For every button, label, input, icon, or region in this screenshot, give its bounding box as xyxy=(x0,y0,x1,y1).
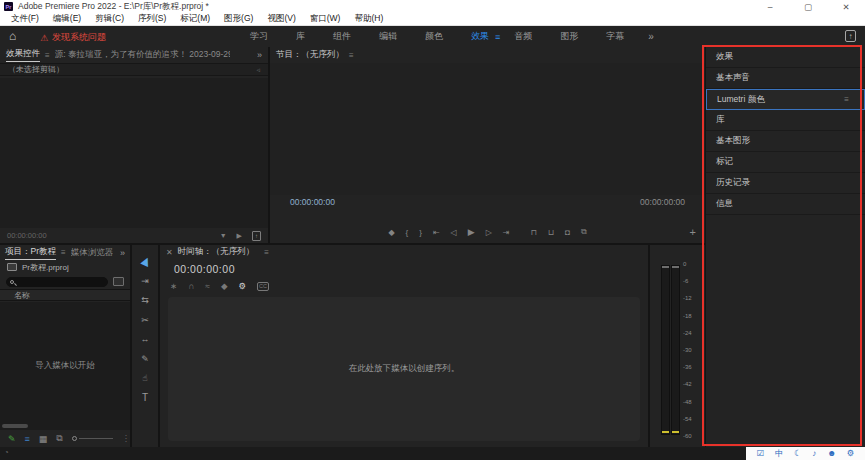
hand-tool[interactable]: ☝ xyxy=(135,371,155,385)
ripple-edit-tool[interactable]: ⇆ xyxy=(135,293,155,307)
lift-icon[interactable]: ⊓ xyxy=(531,228,537,237)
close-button[interactable]: ✕ xyxy=(827,2,865,12)
gear-icon[interactable]: ⚙ xyxy=(847,447,855,460)
touch-keyboard-icon[interactable]: ☑ xyxy=(757,447,765,460)
minimize-button[interactable]: – xyxy=(751,2,789,12)
system-warning[interactable]: ⚠ 发现系统问题 xyxy=(40,31,106,44)
nest-insert-icon[interactable]: ∗ xyxy=(170,281,177,291)
panel-tab-lumetri-color[interactable]: Lumetri 颜色 ≡ xyxy=(706,89,865,110)
workspace-tab-graphics[interactable]: 图形 xyxy=(546,30,592,43)
go-to-in-icon[interactable]: ⇤ xyxy=(433,228,440,237)
collapse-icon[interactable]: ◃ xyxy=(256,66,260,74)
menu-window[interactable]: 窗口(W) xyxy=(303,13,348,25)
menu-file[interactable]: 文件(F) xyxy=(4,13,46,25)
panel-tab-essential-sound[interactable]: 基本声音 xyxy=(706,68,865,89)
panel-menu-icon[interactable]: ≡ xyxy=(61,248,66,257)
tab-project[interactable]: 项目：Pr教程 xyxy=(5,246,56,260)
thumbnail-zoom-slider[interactable] xyxy=(72,436,113,441)
icon-view-icon[interactable]: ▦ xyxy=(39,434,48,444)
filter-bin-icon[interactable] xyxy=(113,277,124,286)
project-item-list[interactable]: 导入媒体以开始 xyxy=(0,302,130,430)
menu-edit[interactable]: 编辑(E) xyxy=(46,13,88,25)
razor-tool[interactable]: ✂ xyxy=(135,313,155,327)
freeform-view-icon[interactable]: ⧉ xyxy=(56,433,62,444)
menu-sequence[interactable]: 序列(S) xyxy=(131,13,173,25)
voice-icon[interactable]: ♪ xyxy=(812,447,816,460)
snap-magnet-icon[interactable]: ∩ xyxy=(188,281,194,291)
workspace-tab-libraries[interactable]: 库 xyxy=(282,30,319,43)
workspace-tab-audio[interactable]: 音频 xyxy=(500,30,546,43)
timeline-settings-wrench-icon[interactable]: ⚙ xyxy=(238,281,246,291)
close-panel-icon[interactable]: ✕ xyxy=(166,248,173,257)
quick-export-icon[interactable]: ↑ xyxy=(845,30,856,42)
export-frame-icon[interactable]: ◘ xyxy=(565,228,570,237)
type-tool[interactable]: T xyxy=(135,391,155,405)
step-forward-icon[interactable]: ▷ xyxy=(486,228,492,237)
workspace-tab-components[interactable]: 组件 xyxy=(319,30,365,43)
menu-markers[interactable]: 标记(M) xyxy=(173,13,217,25)
menu-graphics[interactable]: 图形(G) xyxy=(217,13,260,25)
moon-icon[interactable]: ☾ xyxy=(794,447,802,460)
panel-menu-icon[interactable]: ≡ xyxy=(264,248,269,257)
comparison-view-icon[interactable]: ⧉ xyxy=(581,227,587,237)
timeline-timecode[interactable]: 00:00:00:00 xyxy=(174,263,235,275)
workspace-tab-learning[interactable]: 学习 xyxy=(236,30,282,43)
tab-program-monitor[interactable]: 节目：（无序列） xyxy=(276,49,344,61)
panel-tab-history[interactable]: 历史记录 xyxy=(706,173,865,194)
play-button-icon[interactable]: ▶ xyxy=(468,227,475,237)
play-audio-icon[interactable]: ▶ xyxy=(237,232,242,240)
mark-out-icon[interactable]: } xyxy=(419,228,422,237)
ime-chinese-indicator[interactable]: 中 xyxy=(775,447,784,460)
horizontal-scrollbar[interactable] xyxy=(2,424,28,428)
more-options-icon[interactable]: ⋮ xyxy=(122,434,130,443)
search-input[interactable] xyxy=(6,277,108,287)
tab-source-clip[interactable]: 源: 泰拉瑞亚，为了有价值的追求！ 2023-09-29 17-51-13.mp xyxy=(55,49,230,61)
tab-media-browser[interactable]: 媒体浏览器 xyxy=(71,247,113,259)
project-writable-icon[interactable]: ✎ xyxy=(8,434,16,444)
pen-tool[interactable]: ✎ xyxy=(135,352,155,366)
panel-export-icon[interactable]: ↑ xyxy=(252,231,261,241)
slip-tool[interactable]: ↔ xyxy=(135,332,155,346)
workspace-overflow-icon[interactable]: » xyxy=(648,31,654,42)
panel-tab-info[interactable]: 信息 xyxy=(706,194,865,215)
workspace-tab-editing[interactable]: 编辑 xyxy=(365,30,411,43)
workspace-tab-captions[interactable]: 字幕 xyxy=(592,30,638,43)
panel-overflow-icon[interactable]: » xyxy=(257,50,262,60)
panel-menu-icon[interactable]: ≡ xyxy=(45,51,50,60)
menu-clip[interactable]: 剪辑(C) xyxy=(88,13,131,25)
menu-view[interactable]: 视图(V) xyxy=(260,13,302,25)
panel-menu-icon[interactable]: ≡ xyxy=(349,51,354,60)
selection-tool[interactable]: ▶ xyxy=(134,249,155,273)
mark-in-icon[interactable]: { xyxy=(406,228,409,237)
button-editor-icon[interactable]: + xyxy=(690,226,696,238)
add-marker-icon[interactable]: ◆ xyxy=(388,228,394,237)
filter-properties-icon[interactable]: ▼ xyxy=(220,232,227,239)
list-view-icon[interactable]: ≡ xyxy=(25,434,30,444)
home-icon[interactable]: ⌂ xyxy=(9,29,16,43)
timeline-drop-zone[interactable]: 在此处放下媒体以创建序列。 xyxy=(168,297,640,441)
panel-overflow-icon[interactable]: » xyxy=(120,248,125,258)
track-select-forward-tool[interactable]: ⇥ xyxy=(135,274,155,288)
tab-timeline[interactable]: 时间轴：（无序列） xyxy=(178,246,255,258)
person-icon[interactable]: ☻ xyxy=(827,447,836,460)
panel-tab-essential-graphics[interactable]: 基本图形 xyxy=(706,131,865,152)
panel-tab-effects[interactable]: 效果 xyxy=(706,47,865,68)
step-back-icon[interactable]: ◁ xyxy=(451,228,457,237)
zoom-slider-knob[interactable] xyxy=(72,436,77,441)
panel-tab-markers[interactable]: 标记 xyxy=(706,152,865,173)
extract-icon[interactable]: ⊔ xyxy=(548,228,554,237)
tab-effect-controls[interactable]: 效果控件 xyxy=(6,48,40,62)
workspace-tab-color[interactable]: 颜色 xyxy=(411,30,457,43)
premiere-app-icon: Pr xyxy=(4,2,13,11)
name-column-header[interactable]: 名称 xyxy=(0,289,130,301)
restore-button[interactable]: ▢ xyxy=(789,2,827,12)
playhead-timecode[interactable]: 00:00:00:00 xyxy=(290,197,335,207)
add-marker-icon[interactable]: ◆ xyxy=(221,281,228,291)
project-file-row[interactable]: Pr教程.prproj xyxy=(0,260,130,274)
menu-help[interactable]: 帮助(H) xyxy=(347,13,390,25)
linked-selection-icon[interactable]: ≈ xyxy=(205,281,210,291)
panel-menu-icon[interactable]: ≡ xyxy=(844,95,849,104)
panel-tab-libraries[interactable]: 库 xyxy=(706,110,865,131)
captions-icon[interactable]: CC xyxy=(257,282,269,291)
go-to-out-icon[interactable]: ⇥ xyxy=(503,228,510,237)
